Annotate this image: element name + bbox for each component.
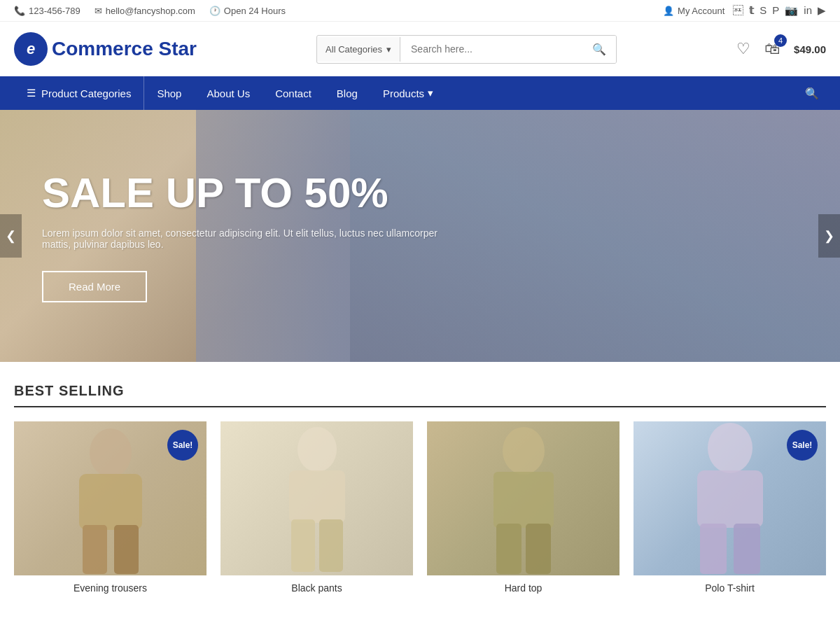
my-account-label: My Account [678,6,724,16]
email-address: hello@fancyshop.com [106,6,195,16]
hero-content: SALE UP TO 50% Lorem ipsum dolor sit ame… [0,170,462,302]
svg-rect-14 [700,524,727,574]
sale-badge-0: Sale! [167,430,198,461]
hero-banner: SALE UP TO 50% Lorem ipsum dolor sit ame… [0,110,840,362]
product-card-0[interactable]: Sale! Evening trousers [14,421,206,596]
products-label: Products [383,88,424,99]
svg-rect-3 [114,525,139,574]
product-figure-2 [427,421,620,575]
product-card-2[interactable]: Hard top [427,421,620,596]
product-image-2 [427,421,620,575]
svg-point-8 [503,427,545,475]
search-input[interactable] [400,36,582,62]
product-name-2: Hard top [427,575,620,596]
social-icons:  𝕥 S P 📷 in ▶ [733,4,826,17]
search-area: All Categories ▾ 🔍 [316,35,617,64]
hero-title: SALE UP TO 50% [42,170,462,216]
facebook-icon[interactable]:  [733,4,743,17]
product-card-1[interactable]: Black pants [220,421,413,596]
phone-info: 📞 123-456-789 [14,6,80,16]
product-categories-label: Product Categories [41,88,131,99]
product-name-0: Evening trousers [14,575,206,596]
read-more-button[interactable]: Read More [42,271,147,302]
cart-badge: 4 [774,34,787,47]
logo-text: Commerce Star [52,38,197,60]
nav-item-contact[interactable]: Contact [262,76,324,110]
svg-rect-9 [493,472,554,528]
product-card-3[interactable]: Sale! Polo T-shirt [634,421,826,596]
hero-prev-arrow[interactable]: ❮ [0,214,22,258]
svg-rect-13 [697,470,763,528]
email-icon: ✉ [94,6,102,16]
hours-text: Open 24 Hours [224,6,286,16]
cart-wrap[interactable]: 🛍 4 [764,40,780,58]
contact-label: Contact [275,88,312,99]
nav-search-icon[interactable]: 🔍 [798,87,826,100]
top-bar: 📞 123-456-789 ✉ hello@fancyshop.com 🕐 Op… [0,0,840,22]
my-account-link[interactable]: 👤 My Account [663,6,724,16]
linkedin-icon[interactable]: in [804,4,812,17]
youtube-icon[interactable]: ▶ [818,4,826,17]
product-image-0: Sale! [14,421,206,575]
nav-item-products[interactable]: Products ▾ [370,76,446,110]
product-name-1: Black pants [220,575,413,596]
products-grid: Sale! Evening trousers Black pants [14,421,826,596]
clock-icon: 🕐 [209,6,220,16]
email-info: ✉ hello@fancyshop.com [94,6,195,16]
svg-rect-10 [496,524,522,574]
navigation: ☰ Product Categories Shop About Us Conta… [0,76,840,110]
svg-point-4 [298,427,337,472]
menu-icon: ☰ [27,87,36,99]
phone-number: 123-456-789 [29,6,80,16]
cart-price: $49.00 [794,43,826,55]
nav-item-product-categories[interactable]: ☰ Product Categories [14,76,144,110]
best-selling-title: BEST SELLING [14,383,826,407]
logo[interactable]: e Commerce Star [14,32,197,66]
product-figure-1 [220,421,413,575]
svg-point-0 [90,428,132,477]
blog-label: Blog [337,88,358,99]
instagram-icon[interactable]: 📷 [785,4,798,17]
hero-subtitle: Lorem ipsum dolor sit amet, consectetur … [42,227,462,250]
about-label: About Us [206,88,250,99]
skype-icon[interactable]: S [760,4,766,17]
svg-rect-1 [79,474,142,530]
svg-rect-2 [83,525,107,574]
svg-rect-7 [319,519,343,572]
sale-badge-3: Sale! [787,430,818,461]
chevron-down-icon: ▾ [386,44,391,55]
svg-rect-15 [734,524,760,574]
svg-point-12 [708,423,752,473]
top-bar-right: 👤 My Account  𝕥 S P 📷 in ▶ [663,4,826,17]
top-bar-left: 📞 123-456-789 ✉ hello@fancyshop.com 🕐 Op… [14,6,286,16]
svg-rect-6 [291,519,315,572]
svg-rect-5 [289,470,345,523]
nav-item-shop[interactable]: Shop [144,76,194,110]
hero-next-arrow[interactable]: ❯ [818,214,840,258]
search-button[interactable]: 🔍 [582,36,616,63]
pinterest-icon[interactable]: P [772,4,779,17]
svg-rect-11 [526,524,551,574]
product-image-3: Sale! [634,421,826,575]
hours-info: 🕐 Open 24 Hours [209,6,286,16]
category-select[interactable]: All Categories ▾ [317,37,400,62]
wishlist-icon[interactable]: ♡ [736,40,750,58]
category-label: All Categories [326,44,382,55]
twitter-icon[interactable]: 𝕥 [749,4,754,17]
logo-letter: e [27,40,35,58]
product-image-1 [220,421,413,575]
logo-circle: e [14,32,48,66]
nav-item-about[interactable]: About Us [194,76,262,110]
header-icons: ♡ 🛍 4 $49.00 [736,40,826,58]
products-chevron-icon: ▾ [428,87,433,99]
phone-icon: 📞 [14,6,25,16]
best-selling-section: BEST SELLING Sale! Evening trousers [0,362,840,610]
shop-label: Shop [157,88,181,99]
nav-item-blog[interactable]: Blog [324,76,370,110]
header: e Commerce Star All Categories ▾ 🔍 ♡ 🛍 4… [0,22,840,76]
product-name-3: Polo T-shirt [634,575,826,596]
user-icon: 👤 [663,6,674,16]
